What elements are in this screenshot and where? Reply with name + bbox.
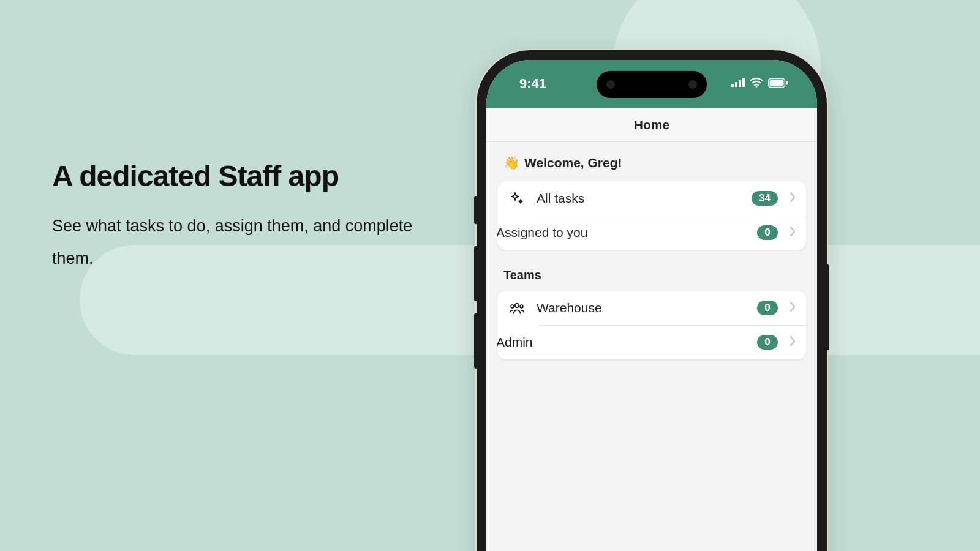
tasks-card: All tasks 34 Assigned to you 0 (497, 181, 806, 250)
teams-card: Warehouse 0 Admin 0 (497, 291, 806, 359)
phone-screen: 9:41 Home 👋 (486, 60, 817, 551)
status-time: 9:41 (519, 76, 546, 92)
count-badge: 0 (757, 301, 778, 315)
count-badge: 0 (757, 225, 778, 240)
headline: A dedicated Staff app (52, 159, 432, 193)
wifi-icon (750, 78, 763, 90)
row-label: All tasks (537, 191, 741, 206)
svg-point-4 (755, 85, 757, 87)
count-badge: 34 (752, 191, 778, 206)
svg-rect-3 (742, 78, 745, 87)
svg-point-13 (520, 305, 523, 308)
marketing-copy: A dedicated Staff app See what tasks to … (52, 159, 432, 274)
row-team-warehouse[interactable]: Warehouse 0 (497, 291, 806, 325)
sparkles-icon (508, 191, 526, 206)
teams-heading: Teams (503, 268, 806, 282)
row-label: Assigned to you (497, 225, 746, 240)
screen-content: 👋 Welcome, Greg! All tasks 34 (486, 142, 817, 391)
people-icon (508, 301, 526, 315)
welcome-message: 👋 Welcome, Greg! (503, 156, 806, 170)
row-all-tasks[interactable]: All tasks 34 (497, 181, 806, 216)
svg-point-12 (511, 305, 514, 308)
svg-rect-7 (786, 81, 788, 84)
wave-emoji-icon: 👋 (503, 156, 519, 170)
chevron-right-icon (789, 226, 796, 239)
row-team-admin[interactable]: Admin 0 (497, 325, 806, 359)
welcome-text: Welcome, Greg! (524, 156, 622, 170)
svg-rect-6 (770, 80, 784, 86)
phone-side-button (474, 313, 478, 369)
svg-rect-0 (731, 84, 734, 87)
cellular-icon (731, 78, 745, 89)
phone-side-button (826, 264, 829, 350)
phone-frame: 9:41 Home 👋 (477, 50, 827, 551)
svg-point-11 (515, 304, 519, 307)
count-badge: 0 (757, 335, 778, 350)
status-indicators (731, 78, 788, 90)
dynamic-island (597, 71, 707, 98)
chevron-right-icon (789, 335, 796, 349)
chevron-right-icon (789, 301, 796, 315)
row-assigned-to-you[interactable]: Assigned to you 0 (497, 216, 806, 250)
promo-stage: A dedicated Staff app See what tasks to … (0, 0, 980, 551)
battery-icon (768, 78, 788, 90)
phone-side-button (474, 246, 478, 301)
subheadline: See what tasks to do, assign them, and c… (52, 210, 432, 274)
page-title: Home (634, 118, 669, 132)
svg-rect-2 (739, 80, 741, 87)
nav-header: Home (486, 108, 817, 142)
row-label: Admin (497, 335, 746, 350)
phone-side-button (474, 196, 478, 224)
row-label: Warehouse (537, 301, 746, 315)
chevron-right-icon (789, 192, 796, 205)
svg-rect-1 (735, 82, 737, 87)
